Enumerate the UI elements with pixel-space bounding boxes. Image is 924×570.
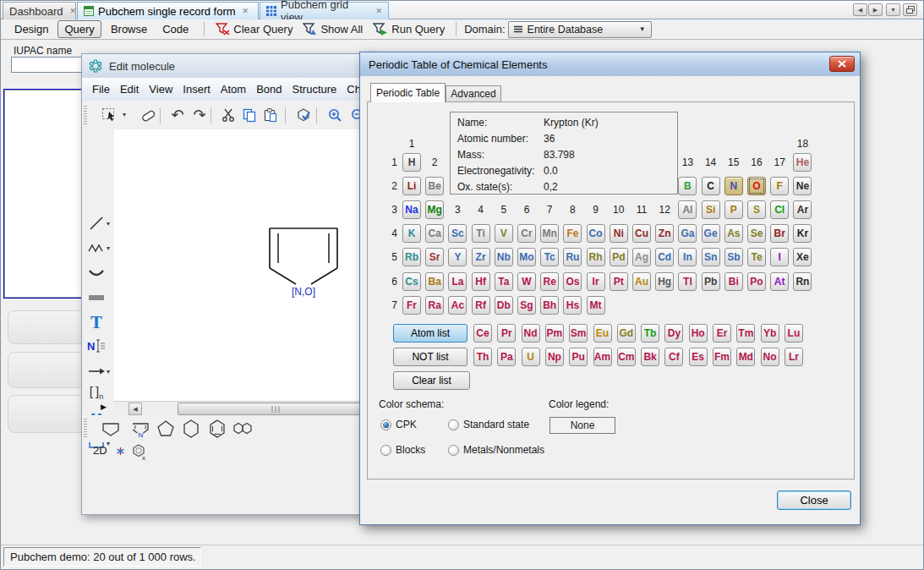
element-cell-Am[interactable]: Am <box>593 348 612 366</box>
element-cell-At[interactable]: At <box>770 272 789 291</box>
element-cell-Lr[interactable]: Lr <box>785 348 803 366</box>
select-tool-icon[interactable] <box>101 106 121 124</box>
element-cell-Sn[interactable]: Sn <box>702 248 720 266</box>
element-cell-In[interactable]: In <box>678 248 697 266</box>
element-cell-U[interactable]: U <box>522 348 540 366</box>
action-button-run-query[interactable]: Run Query <box>368 23 450 36</box>
forward-icon[interactable]: ▶ <box>868 3 883 16</box>
element-cell-Sg[interactable]: Sg <box>517 296 536 315</box>
arc-tool-icon[interactable] <box>86 263 107 283</box>
element-cell-Ge[interactable]: Ge <box>702 224 720 243</box>
element-cell-Ba[interactable]: Ba <box>425 272 444 291</box>
element-cell-Tm[interactable]: Tm <box>736 324 755 343</box>
element-cell-Mt[interactable]: Mt <box>587 296 605 315</box>
element-cell-P[interactable]: P <box>724 200 743 219</box>
element-cell-Fe[interactable]: Fe <box>563 224 582 243</box>
document-tab-dashboard[interactable]: Dashboard✕ <box>3 2 76 19</box>
element-cell-Pm[interactable]: Pm <box>545 324 564 343</box>
element-cell-Si[interactable]: Si <box>702 200 720 219</box>
close-button[interactable]: Close <box>777 491 851 510</box>
element-cell-Pt[interactable]: Pt <box>610 272 628 291</box>
element-cell-Kr[interactable]: Kr <box>793 224 812 243</box>
abbreviated-group-icon[interactable]: x <box>131 442 148 461</box>
element-cell-Hf[interactable]: Hf <box>472 272 490 291</box>
element-cell-Cf[interactable]: Cf <box>664 348 683 366</box>
radio-metals-nonmetals[interactable] <box>448 445 459 456</box>
element-cell-Br[interactable]: Br <box>770 224 789 243</box>
element-cell-Os[interactable]: Os <box>563 272 582 291</box>
element-cell-Al[interactable]: Al <box>678 200 697 219</box>
atom-list-label[interactable]: [N,O] <box>280 286 327 298</box>
element-cell-Bk[interactable]: Bk <box>641 348 659 366</box>
scroll-left-button[interactable]: ◀ <box>128 403 142 415</box>
document-tab-pubchem-single-record-form[interactable]: Pubchem single record form✕ <box>77 2 259 19</box>
repeat-group-icon[interactable]: [ ]n <box>86 382 107 403</box>
mode-button-design[interactable]: Design <box>8 21 54 37</box>
template-toolbar-drag-handle[interactable] <box>84 419 87 439</box>
naphthalene-template[interactable] <box>231 417 254 441</box>
tab-close-icon[interactable]: ✕ <box>375 7 382 15</box>
close-icon[interactable] <box>829 56 855 72</box>
element-cell-Ac[interactable]: Ac <box>448 296 467 315</box>
menu-structure[interactable]: Structure <box>287 80 342 98</box>
document-tab-pubchem-grid-view[interactable]: Pubchem grid view✕ <box>260 2 389 19</box>
element-cell-Rn[interactable]: Rn <box>793 272 812 291</box>
periodic-dialog-titlebar[interactable]: Periodic Table of Chemical Elements <box>360 52 860 76</box>
menu-atom[interactable]: Atom <box>216 80 251 98</box>
element-cell-Cm[interactable]: Cm <box>617 348 636 366</box>
element-cell-Md[interactable]: Md <box>736 348 755 366</box>
element-cell-Na[interactable]: Na <box>402 200 421 219</box>
element-cell-Ho[interactable]: Ho <box>689 324 708 343</box>
mode-button-code[interactable]: Code <box>156 21 194 37</box>
element-cell-Cr[interactable]: Cr <box>517 224 536 243</box>
element-cell-Ag[interactable]: Ag <box>632 248 651 266</box>
element-cell-Bi[interactable]: Bi <box>724 272 743 291</box>
element-cell-Tc[interactable]: Tc <box>540 248 559 266</box>
element-cell-Hs[interactable]: Hs <box>563 296 582 315</box>
menu-bond[interactable]: Bond <box>251 80 287 98</box>
element-cell-Se[interactable]: Se <box>747 224 766 243</box>
copy-icon[interactable] <box>239 106 260 124</box>
radio-blocks[interactable] <box>380 445 391 456</box>
element-cell-Sr[interactable]: Sr <box>425 248 444 266</box>
element-cell-K[interactable]: K <box>402 224 421 243</box>
domain-dropdown[interactable]: Entire Database▼ <box>508 21 652 38</box>
element-cell-Fr[interactable]: Fr <box>402 296 421 315</box>
element-cell-No[interactable]: No <box>761 348 779 366</box>
action-button-clear-query[interactable]: Clear Query <box>210 23 298 36</box>
chevron-down-icon[interactable]: ▾ <box>107 220 110 227</box>
element-cell-V[interactable]: V <box>495 224 513 243</box>
element-cell-Tl[interactable]: Tl <box>678 272 697 291</box>
tab-periodic-table[interactable]: Periodic Table <box>370 83 446 102</box>
element-cell-Sb[interactable]: Sb <box>724 248 743 266</box>
element-cell-Ca[interactable]: Ca <box>425 224 444 243</box>
asterisk-icon[interactable] <box>116 447 125 456</box>
element-cell-H[interactable]: H <box>402 153 421 172</box>
element-cell-Ru[interactable]: Ru <box>563 248 582 266</box>
mode-button-browse[interactable]: Browse <box>105 21 153 37</box>
element-cell-Fm[interactable]: Fm <box>713 348 731 366</box>
element-cell-Ti[interactable]: Ti <box>472 224 490 243</box>
element-cell-He[interactable]: He <box>793 153 812 172</box>
element-cell-Xe[interactable]: Xe <box>793 248 812 266</box>
eraser-icon[interactable] <box>138 106 158 124</box>
atom-label-tool-icon[interactable]: N <box>86 336 107 356</box>
back-icon[interactable]: ◀ <box>853 3 867 16</box>
element-cell-F[interactable]: F <box>770 177 789 195</box>
element-cell-Pb[interactable]: Pb <box>702 272 720 291</box>
element-cell-Bh[interactable]: Bh <box>540 296 559 315</box>
mode-button-query[interactable]: Query <box>57 20 101 38</box>
element-cell-Po[interactable]: Po <box>747 272 766 291</box>
element-cell-Es[interactable]: Es <box>689 348 708 366</box>
paste-icon[interactable] <box>260 106 281 124</box>
tab-list-icon[interactable]: ▼ <box>886 3 900 16</box>
element-cell-Mg[interactable]: Mg <box>425 200 444 219</box>
element-cell-Np[interactable]: Np <box>545 348 564 366</box>
element-cell-W[interactable]: W <box>517 272 536 291</box>
restore-icon[interactable] <box>903 3 917 16</box>
element-cell-Yb[interactable]: Yb <box>761 324 779 343</box>
button-clear-list[interactable]: Clear list <box>393 371 470 390</box>
element-cell-Lu[interactable]: Lu <box>785 324 803 343</box>
cut-icon[interactable] <box>218 106 238 124</box>
scrollbar-thumb[interactable] <box>178 403 373 415</box>
